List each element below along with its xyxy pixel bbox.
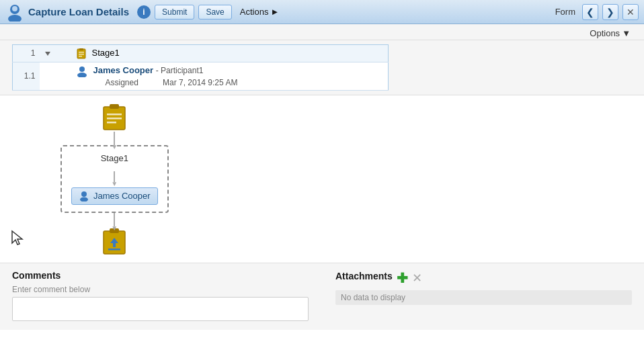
svg-rect-12 bbox=[110, 104, 119, 109]
app-icon bbox=[5, 3, 24, 21]
info-button[interactable]: i bbox=[137, 5, 151, 19]
comments-title: Comments bbox=[12, 270, 309, 281]
options-bar: Options ▼ bbox=[0, 24, 644, 40]
svg-point-10 bbox=[77, 73, 87, 77]
workflow-container: ▼ Stage1 ▼ James Cooper ▼ bbox=[61, 102, 169, 256]
participant-cell: James Cooper - Participant1 Assigned Mar… bbox=[72, 62, 389, 90]
options-label: Options bbox=[590, 28, 620, 38]
stage-collapse-icon[interactable] bbox=[40, 45, 72, 62]
comment-hint: Enter comment below bbox=[12, 285, 309, 294]
table-row: 1.1 James Cooper - Participant1 Assigned… bbox=[13, 62, 389, 90]
header-left: Capture Loan Details i Submit Save Actio… bbox=[5, 3, 555, 21]
prev-button[interactable]: ❮ bbox=[582, 4, 598, 20]
wf-arrow-1: ▼ bbox=[114, 132, 115, 145]
svg-marker-23 bbox=[12, 231, 22, 244]
svg-point-2 bbox=[12, 6, 17, 11]
workflow-start-icon bbox=[99, 102, 129, 132]
comments-section: Comments Enter comment below bbox=[12, 270, 309, 323]
save-button[interactable]: Save bbox=[198, 5, 231, 19]
svg-rect-15 bbox=[107, 122, 116, 124]
clipboard-icon bbox=[102, 103, 127, 131]
header-right: Form ❮ ❯ ✕ bbox=[555, 4, 639, 20]
form-label: Form bbox=[555, 7, 575, 17]
stage1-icon bbox=[76, 48, 87, 59]
svg-point-9 bbox=[79, 66, 85, 72]
header: Capture Loan Details i Submit Save Actio… bbox=[0, 0, 644, 24]
submit-button[interactable]: Submit bbox=[155, 5, 194, 19]
svg-rect-22 bbox=[108, 249, 120, 251]
attachments-section: Attachments ✚ ✕ No data to display bbox=[335, 270, 632, 323]
wf-inner-arrow: ▼ bbox=[114, 171, 115, 182]
workflow-stage-box: Stage1 ▼ James Cooper bbox=[61, 145, 169, 213]
bottom-area: Comments Enter comment below Attachments… bbox=[0, 263, 644, 330]
svg-rect-8 bbox=[79, 56, 82, 57]
svg-rect-21 bbox=[113, 243, 116, 247]
stage-table: 1 Stage1 1.1 bbox=[12, 44, 389, 91]
comment-input[interactable] bbox=[12, 297, 309, 321]
svg-rect-14 bbox=[107, 118, 122, 120]
svg-point-16 bbox=[81, 191, 87, 197]
svg-rect-7 bbox=[79, 54, 84, 55]
workflow-stage-label: Stage1 bbox=[71, 153, 158, 163]
stage-table-container: 1 Stage1 1.1 bbox=[0, 40, 644, 95]
svg-rect-13 bbox=[107, 114, 122, 116]
actions-button[interactable]: Actions ► bbox=[236, 5, 284, 18]
stage1-icon-cell: Stage1 bbox=[72, 45, 389, 62]
workflow-participant-name: James Cooper bbox=[93, 191, 151, 201]
participant-date: Mar 7, 2014 9:25 AM bbox=[163, 78, 237, 87]
attach-add-icon[interactable]: ✚ bbox=[397, 270, 408, 286]
row-num-1: 1 bbox=[13, 45, 40, 62]
options-chevron-icon: ▼ bbox=[622, 28, 631, 38]
page-title: Capture Loan Details bbox=[28, 6, 129, 17]
svg-marker-3 bbox=[45, 52, 50, 56]
no-data-label: No data to display bbox=[335, 290, 632, 305]
options-button[interactable]: Options ▼ bbox=[590, 28, 631, 38]
svg-point-17 bbox=[80, 197, 88, 202]
table-row: 1 Stage1 bbox=[13, 45, 389, 62]
row-num-11: 1.1 bbox=[13, 62, 40, 90]
next-button[interactable]: ❯ bbox=[602, 4, 618, 20]
svg-rect-5 bbox=[79, 48, 83, 50]
workflow-participant-box[interactable]: James Cooper bbox=[71, 187, 158, 205]
participant-icon bbox=[76, 65, 88, 77]
participant-small-icon bbox=[79, 191, 89, 202]
close-button[interactable]: ✕ bbox=[622, 4, 639, 20]
attachments-header: Attachments ✚ ✕ bbox=[335, 270, 632, 286]
participant-status: Assigned bbox=[105, 78, 138, 87]
wf-arrow-2: ▼ bbox=[114, 213, 115, 226]
stage1-label: Stage1 bbox=[91, 48, 119, 58]
participant-name: James Cooper bbox=[93, 65, 153, 75]
svg-rect-6 bbox=[79, 52, 84, 53]
cursor-icon bbox=[11, 230, 24, 249]
workflow-area: ▼ Stage1 ▼ James Cooper ▼ bbox=[0, 95, 644, 263]
attach-delete-icon[interactable]: ✕ bbox=[412, 271, 422, 285]
participant-role: - Participant1 bbox=[156, 66, 204, 75]
svg-point-1 bbox=[8, 15, 22, 21]
actions-label: Actions bbox=[240, 7, 269, 17]
actions-arrow-icon: ► bbox=[270, 7, 279, 17]
attachments-title: Attachments bbox=[335, 271, 393, 281]
